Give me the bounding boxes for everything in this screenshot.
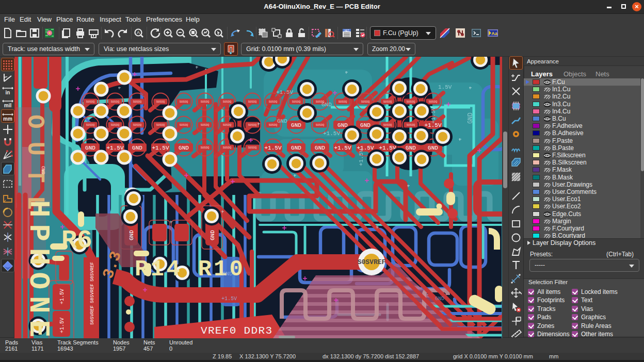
svg-text:S0SDQ: S0SDQ bbox=[383, 123, 392, 127]
svg-text:GND: GND bbox=[406, 145, 416, 151]
svg-text:GND: GND bbox=[277, 118, 287, 124]
svg-text:GND: GND bbox=[128, 230, 135, 240]
svg-text:R14 R10: R14 R10 bbox=[135, 256, 243, 282]
svg-text:GND: GND bbox=[179, 145, 189, 151]
svg-text:S0SDQ: S0SDQ bbox=[292, 100, 301, 104]
svg-text:S0SDQ: S0SDQ bbox=[111, 123, 120, 127]
svg-text:S0SDQ: S0SDQ bbox=[269, 100, 278, 104]
svg-text:+1.5V: +1.5V bbox=[264, 145, 281, 151]
svg-text:S0SDQ: S0SDQ bbox=[201, 146, 210, 150]
svg-text:S0SDQ: S0SDQ bbox=[361, 100, 370, 104]
svg-text:S0SVREF: S0SVREF bbox=[90, 262, 95, 282]
svg-text:S0SDQ: S0SDQ bbox=[156, 100, 165, 104]
svg-text:S0SDQ: S0SDQ bbox=[429, 100, 438, 104]
svg-text:+1.5V: +1.5V bbox=[430, 107, 437, 124]
svg-text:+1.5V: +1.5V bbox=[221, 296, 237, 302]
svg-text:+1.5V: +1.5V bbox=[276, 89, 293, 95]
svg-text:S0SDQ: S0SDQ bbox=[248, 100, 257, 104]
svg-text:S0SVREF: S0SVREF bbox=[90, 284, 95, 303]
svg-text:+1.5V: +1.5V bbox=[358, 149, 364, 166]
svg-text:NET: NET bbox=[345, 29, 349, 32]
svg-text:mm: mm bbox=[3, 116, 12, 122]
svg-text:GND: GND bbox=[321, 102, 332, 108]
svg-text:GND: GND bbox=[85, 145, 95, 151]
svg-text:S0SDQ: S0SDQ bbox=[383, 100, 392, 104]
svg-text:S0SDQ: S0SDQ bbox=[133, 100, 142, 104]
svg-text:S0SDQ: S0SDQ bbox=[86, 123, 95, 127]
svg-text:in: in bbox=[6, 90, 10, 95]
svg-text:R6: R6 bbox=[61, 226, 92, 255]
svg-text:GND: GND bbox=[467, 112, 474, 124]
svg-text:GND: GND bbox=[360, 122, 371, 128]
svg-text:A: A bbox=[137, 30, 140, 35]
svg-text:GND: GND bbox=[428, 145, 438, 151]
svg-text:S0SDQ: S0SDQ bbox=[180, 123, 188, 127]
svg-text:+1.5V: +1.5V bbox=[59, 289, 65, 304]
svg-text:GND: GND bbox=[291, 122, 301, 128]
svg-text:1.5V: 1.5V bbox=[438, 84, 452, 90]
svg-text:S0SVREF: S0SVREF bbox=[358, 258, 386, 266]
svg-text:S0SDQ: S0SDQ bbox=[156, 123, 165, 127]
svg-text:S0SDQ: S0SDQ bbox=[133, 123, 142, 127]
svg-text:+1.5V: +1.5V bbox=[334, 145, 351, 151]
svg-text:mil: mil bbox=[4, 103, 12, 108]
svg-text:S0SDQ: S0SDQ bbox=[316, 123, 325, 127]
svg-text:GND: GND bbox=[132, 145, 142, 151]
svg-text:S0SDQ: S0SDQ bbox=[248, 123, 257, 127]
svg-text:GND: GND bbox=[41, 166, 46, 174]
svg-text:S0SDQ: S0SDQ bbox=[407, 100, 415, 104]
svg-text:S0SDQ: S0SDQ bbox=[86, 100, 95, 104]
svg-text:S0SDQ: S0SDQ bbox=[111, 100, 120, 104]
svg-text:+1.5V: +1.5V bbox=[323, 130, 340, 137]
svg-text:GND: GND bbox=[291, 145, 301, 151]
svg-text:S0SDQ: S0SDQ bbox=[339, 100, 347, 104]
svg-text:GND: GND bbox=[435, 296, 444, 302]
svg-text:S0SVREF: S0SVREF bbox=[90, 305, 95, 325]
svg-text:GND: GND bbox=[210, 230, 216, 240]
svg-text:+1.5V: +1.5V bbox=[106, 145, 123, 151]
svg-text:S0SDQ: S0SDQ bbox=[201, 100, 210, 104]
svg-text:GND: GND bbox=[315, 145, 325, 151]
svg-text:S0SDQ: S0SDQ bbox=[180, 100, 188, 104]
svg-text:Aa: Aa bbox=[491, 31, 497, 36]
svg-text:S0SDQ: S0SDQ bbox=[407, 123, 415, 127]
svg-text:S0SDQ: S0SDQ bbox=[223, 146, 232, 150]
svg-text:S0SDQ: S0SDQ bbox=[223, 123, 232, 127]
svg-text:S0SDQ: S0SDQ bbox=[269, 123, 278, 127]
svg-text:VREF0 DDR3: VREF0 DDR3 bbox=[201, 325, 272, 337]
svg-text:+1.5V: +1.5V bbox=[59, 318, 65, 333]
svg-text:GND: GND bbox=[222, 271, 233, 277]
svg-text:S0SDQ: S0SDQ bbox=[201, 123, 210, 127]
svg-text:S0SDQ: S0SDQ bbox=[248, 146, 257, 150]
svg-text:S0SDQ: S0SDQ bbox=[223, 100, 232, 104]
svg-text:+1.5V: +1.5V bbox=[152, 145, 169, 151]
